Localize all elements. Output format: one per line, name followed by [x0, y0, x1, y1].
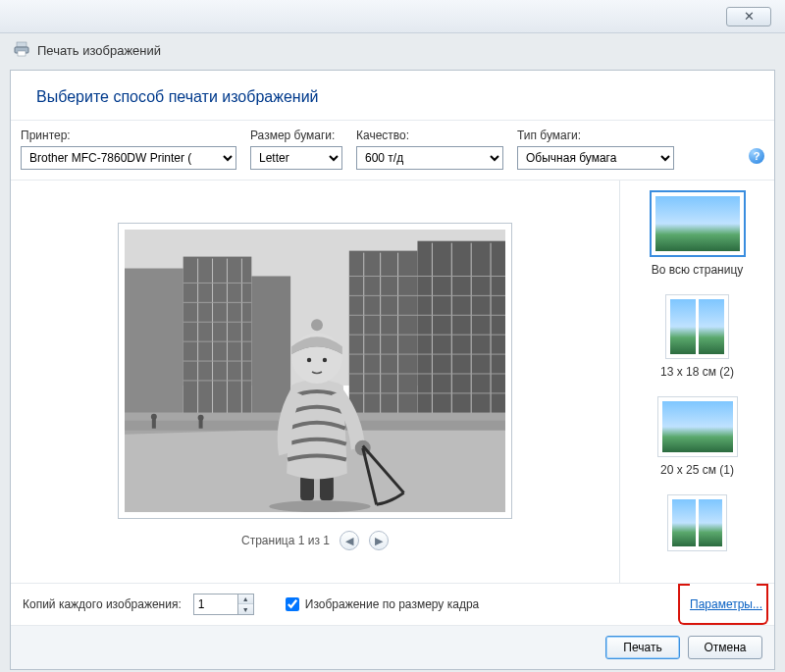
svg-point-45	[307, 358, 311, 362]
print-dialog: Выберите способ печати изображений Принт…	[10, 70, 775, 670]
svg-point-46	[323, 358, 327, 362]
pager: Страница 1 из 1 ◀ ▶	[241, 531, 389, 550]
fit-checkbox-row[interactable]: Изображение по размеру кадра	[286, 597, 479, 611]
preview-frame	[118, 223, 512, 519]
layout-full-page[interactable]: Во всю страницу	[626, 190, 768, 277]
quality-label: Качество:	[356, 129, 503, 142]
svg-rect-41	[320, 475, 334, 500]
parameters-link[interactable]: Параметры...	[690, 597, 762, 611]
layout-label: 20 x 25 см (1)	[660, 463, 734, 477]
layout-list[interactable]: Во всю страницу 13 x 18 см (2) 20 x 25 с…	[619, 181, 774, 583]
window-title-text: Печать изображений	[37, 43, 161, 58]
preview-area: Страница 1 из 1 ◀ ▶	[11, 181, 619, 583]
window-subtitle: Печать изображений	[0, 33, 785, 70]
printer-icon	[14, 41, 29, 60]
copies-label: Копий каждого изображения:	[23, 597, 182, 611]
printer-label: Принтер:	[21, 129, 236, 142]
fit-checkbox[interactable]	[286, 597, 299, 611]
help-icon[interactable]: ?	[749, 148, 764, 164]
layout-label: Во всю страницу	[652, 263, 744, 277]
svg-rect-0	[17, 42, 26, 47]
layout-20x25[interactable]: 20 x 25 см (1)	[626, 396, 768, 477]
paper-size-select[interactable]: Letter	[250, 146, 342, 170]
copies-spinner[interactable]: ▲▼	[193, 594, 254, 615]
svg-rect-4	[125, 269, 183, 415]
svg-rect-6	[251, 276, 290, 414]
layout-label: 13 x 18 см (2)	[660, 365, 734, 379]
layout-13x18[interactable]: 13 x 18 см (2)	[626, 294, 768, 379]
window-close-button[interactable]: ✕	[726, 7, 771, 26]
spin-up[interactable]: ▲	[238, 594, 253, 604]
svg-rect-5	[183, 257, 252, 415]
svg-rect-37	[152, 419, 156, 429]
preview-image	[125, 230, 505, 512]
bottom-row: Копий каждого изображения: ▲▼ Изображени…	[11, 584, 774, 626]
svg-rect-8	[417, 241, 505, 415]
svg-rect-40	[300, 475, 314, 500]
print-button[interactable]: Печать	[605, 636, 680, 659]
pager-text: Страница 1 из 1	[241, 534, 330, 547]
quality-select[interactable]: 600 т/д	[356, 146, 503, 170]
main-row: Страница 1 из 1 ◀ ▶ Во всю страницу 13 x…	[11, 181, 774, 584]
dialog-heading: Выберите способ печати изображений	[11, 71, 774, 121]
next-page-button[interactable]: ▶	[369, 531, 389, 550]
footer: Печать Отмена	[11, 626, 774, 669]
svg-rect-2	[18, 51, 26, 56]
svg-rect-39	[199, 420, 203, 429]
copies-input[interactable]	[193, 594, 238, 615]
options-row: Принтер: Brother MFC-7860DW Printer ( Ра…	[11, 121, 774, 181]
svg-point-44	[311, 319, 323, 331]
printer-select[interactable]: Brother MFC-7860DW Printer (	[21, 146, 236, 170]
layout-item[interactable]	[626, 494, 768, 557]
paper-type-label: Тип бумаги:	[517, 129, 674, 142]
titlebar: ✕	[0, 0, 785, 33]
fit-label: Изображение по размеру кадра	[305, 597, 479, 611]
svg-rect-7	[349, 251, 418, 415]
svg-point-47	[269, 500, 370, 512]
cancel-button[interactable]: Отмена	[688, 636, 762, 659]
paper-size-label: Размер бумаги:	[250, 129, 342, 142]
paper-type-select[interactable]: Обычная бумага	[517, 146, 674, 170]
spin-down[interactable]: ▼	[238, 604, 253, 614]
prev-page-button[interactable]: ◀	[340, 531, 359, 550]
